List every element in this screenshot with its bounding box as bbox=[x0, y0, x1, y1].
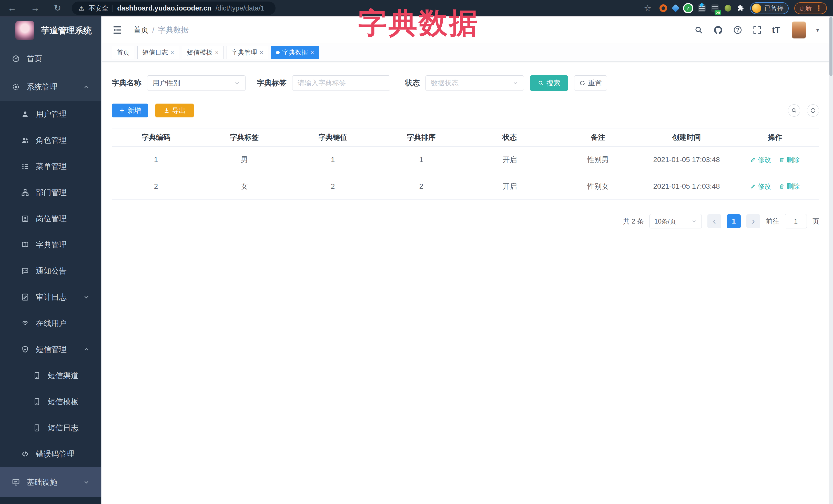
delete-link[interactable]: 删除 bbox=[779, 155, 800, 164]
forward-icon[interactable]: → bbox=[31, 3, 40, 13]
active-tab-dot bbox=[276, 51, 280, 54]
extension-slider-icon[interactable] bbox=[698, 4, 706, 12]
sidebar-item-role-manage[interactable]: 角色管理 bbox=[0, 127, 101, 153]
close-icon[interactable]: × bbox=[215, 49, 219, 56]
edit-link-label: 修改 bbox=[758, 182, 771, 191]
github-icon[interactable] bbox=[714, 25, 723, 34]
next-page-button[interactable]: › bbox=[746, 214, 760, 228]
search-button[interactable]: 搜索 bbox=[530, 75, 568, 91]
refresh-icon bbox=[579, 80, 586, 86]
browser-menu-icon[interactable]: ⋮ bbox=[815, 4, 822, 12]
tab-home[interactable]: 首页 bbox=[112, 46, 134, 59]
tab-dict-data[interactable]: 字典数据 × bbox=[271, 46, 319, 59]
pagination: 共 2 条 10条/页 ‹ 1 › 前往 页 bbox=[112, 214, 819, 229]
prev-page-button[interactable]: ‹ bbox=[708, 214, 721, 228]
toggle-search-button[interactable] bbox=[788, 104, 800, 117]
page-scrollbar[interactable] bbox=[829, 17, 833, 504]
close-icon[interactable]: × bbox=[170, 49, 174, 56]
table-tools bbox=[788, 104, 819, 117]
sidebar-item-user-manage[interactable]: 用户管理 bbox=[0, 101, 101, 127]
reset-button[interactable]: 重置 bbox=[574, 75, 607, 91]
sidebar-item-online-user[interactable]: 在线用户 bbox=[0, 310, 101, 336]
reset-button-label: 重置 bbox=[588, 78, 602, 88]
badge-card-icon bbox=[21, 215, 29, 223]
avatar-caret-icon[interactable]: ▾ bbox=[816, 26, 819, 33]
edit-link-label: 修改 bbox=[758, 155, 771, 164]
chevron-down-icon bbox=[234, 80, 240, 86]
user-avatar[interactable] bbox=[792, 22, 806, 39]
fullscreen-icon[interactable] bbox=[753, 25, 762, 34]
sidebar-fold-icon[interactable] bbox=[112, 25, 122, 35]
sidebar-item-sms-template[interactable]: 短信模板 bbox=[0, 389, 101, 415]
sidebar-item-infrastructure[interactable]: 基础设施 bbox=[0, 467, 101, 497]
page-unit-label: 页 bbox=[812, 217, 819, 226]
extension-on-icon[interactable]: on bbox=[711, 4, 719, 12]
page-number-1[interactable]: 1 bbox=[727, 214, 741, 228]
sidebar-item-menu-manage[interactable]: 菜单管理 bbox=[0, 153, 101, 179]
sidebar-item-label: 角色管理 bbox=[36, 135, 67, 146]
dict-name-select[interactable]: 用户性别 bbox=[147, 75, 245, 91]
extension-check-icon[interactable]: ✓ bbox=[684, 4, 692, 12]
close-icon[interactable]: × bbox=[260, 49, 263, 56]
extension-leaf-icon[interactable] bbox=[724, 5, 731, 11]
font-size-icon[interactable]: tT bbox=[772, 25, 780, 35]
security-label[interactable]: 不安全 bbox=[89, 4, 109, 13]
chevron-down-icon bbox=[691, 218, 697, 224]
close-icon[interactable]: × bbox=[310, 49, 314, 56]
breadcrumb-home[interactable]: 首页 bbox=[133, 25, 149, 35]
sidebar-item-sms-manage[interactable]: 短信管理 bbox=[0, 336, 101, 362]
org-tree-icon bbox=[21, 188, 29, 197]
delete-link[interactable]: 删除 bbox=[779, 182, 800, 191]
app-logo[interactable]: 芋道管理系统 bbox=[0, 17, 101, 45]
cell-created: 2021-01-05 17:03:48 bbox=[642, 173, 731, 199]
delete-link-label: 删除 bbox=[787, 182, 800, 191]
help-icon[interactable] bbox=[733, 25, 742, 34]
edit-link[interactable]: 修改 bbox=[750, 182, 771, 191]
sidebar-item-notice[interactable]: 通知公告 bbox=[0, 258, 101, 284]
goto-page-input[interactable] bbox=[785, 214, 807, 229]
extension-orange-icon[interactable] bbox=[660, 4, 667, 12]
reload-icon[interactable]: ↻ bbox=[54, 3, 61, 13]
sidebar-item-dict-manage[interactable]: 字典管理 bbox=[0, 232, 101, 258]
update-button[interactable]: 更新 ⋮ bbox=[794, 2, 827, 14]
dict-name-value: 用户性别 bbox=[152, 78, 180, 88]
add-button[interactable]: 新增 bbox=[112, 103, 148, 117]
sidebar-divider bbox=[101, 17, 102, 504]
edit-link[interactable]: 修改 bbox=[750, 155, 771, 164]
sidebar-item-label: 短信日志 bbox=[48, 423, 78, 433]
export-button-label: 导出 bbox=[172, 106, 186, 115]
back-icon[interactable]: ← bbox=[8, 3, 17, 13]
extensions-puzzle-icon[interactable] bbox=[737, 4, 744, 12]
url-path: /dict/type/data/1 bbox=[216, 4, 264, 12]
export-button[interactable]: 导出 bbox=[155, 103, 194, 117]
tab-sms-log[interactable]: 短信日志 × bbox=[137, 46, 179, 59]
address-bar[interactable]: ⚠ 不安全 dashboard.yudao.iocoder.cn /dict/t… bbox=[72, 2, 276, 15]
tab-dict-manage[interactable]: 字典管理 × bbox=[227, 46, 268, 59]
url-divider bbox=[113, 5, 113, 12]
sidebar-item-dept-manage[interactable]: 部门管理 bbox=[0, 179, 101, 206]
dashboard-icon bbox=[12, 55, 20, 63]
breadcrumb: 首页 / 字典数据 bbox=[133, 25, 189, 35]
tab-sms-template[interactable]: 短信模板 × bbox=[182, 46, 223, 59]
sidebar-item-error-code[interactable]: 错误码管理 bbox=[0, 441, 101, 467]
browser-bar: ← → ↻ ⌂ ⚠ 不安全 dashboard.yudao.iocoder.cn… bbox=[0, 0, 833, 17]
sidebar-item-post-manage[interactable]: 岗位管理 bbox=[0, 206, 101, 232]
browser-toolbar-right: ☆ ✓ on 已暂停 更新 ⋮ bbox=[644, 0, 827, 17]
scrollbar-thumb[interactable] bbox=[829, 17, 832, 76]
cell-remark: 性别男 bbox=[554, 147, 642, 173]
sidebar-item-system-manage[interactable]: 系统管理 bbox=[0, 73, 101, 101]
sidebar-item-sms-channel[interactable]: 短信渠道 bbox=[0, 362, 101, 389]
dict-label-input[interactable] bbox=[298, 79, 385, 87]
refresh-table-button[interactable] bbox=[807, 104, 819, 117]
profile-paused-pill[interactable]: 已暂停 bbox=[750, 2, 789, 14]
table-toolbar: 新增 导出 bbox=[112, 103, 819, 117]
sidebar-item-sms-log[interactable]: 短信日志 bbox=[0, 415, 101, 441]
bookmark-star-icon[interactable]: ☆ bbox=[644, 3, 651, 13]
sidebar-item-audit-log[interactable]: 审计日志 bbox=[0, 284, 101, 310]
header-actions: tT ▾ bbox=[694, 22, 819, 39]
page-size-select[interactable]: 10条/页 bbox=[649, 214, 702, 229]
search-icon[interactable] bbox=[694, 25, 703, 34]
sidebar-item-home[interactable]: 首页 bbox=[0, 45, 101, 73]
status-select[interactable]: 数据状态 bbox=[426, 75, 524, 91]
extension-gem-icon[interactable] bbox=[671, 4, 680, 12]
